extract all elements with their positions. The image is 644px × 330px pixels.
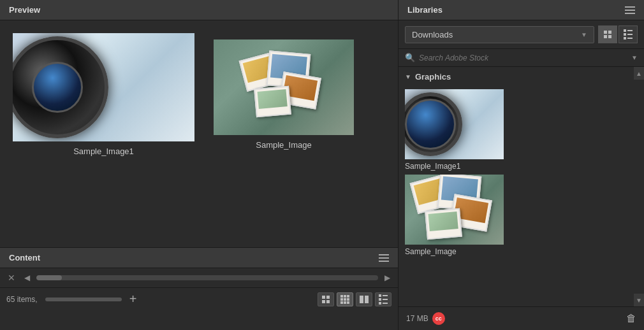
libraries-footer: 17 MB cc 🗑	[399, 306, 644, 330]
grid-large-icon	[340, 295, 349, 304]
split-view-button[interactable]	[356, 292, 372, 306]
dropdown-row: Downloads ▼	[399, 20, 644, 49]
search-input[interactable]	[419, 54, 627, 62]
view-toggle-group	[318, 292, 392, 306]
preview-title: Preview	[9, 5, 40, 15]
library-thumb-1	[405, 89, 504, 159]
large-grid-view-button[interactable]	[337, 292, 353, 306]
preview-label-2: Sample_Image	[256, 140, 311, 150]
grid-toggle-button[interactable]	[598, 25, 617, 43]
preview-item-1: Sample_Image1	[13, 33, 194, 156]
preview-image-2[interactable]	[214, 39, 354, 135]
dropdown-value: Downloads	[412, 30, 453, 39]
split-icon	[360, 296, 369, 303]
library-item-2[interactable]: Sample_Image	[405, 175, 638, 256]
content-title: Content	[9, 253, 40, 262]
delete-button[interactable]: 🗑	[626, 313, 636, 324]
content-toolbar: 65 items, +	[0, 288, 398, 310]
right-panel: Libraries Downloads ▼ 🔍 ▼	[399, 0, 644, 330]
list-view-button[interactable]	[375, 292, 392, 306]
preview-header: Preview	[0, 0, 398, 20]
libraries-header: Libraries	[399, 0, 644, 20]
scroll-close-button[interactable]: ✕	[5, 273, 18, 283]
preview-item-2: Sample_Image	[214, 33, 354, 150]
content-area: Content ✕ ◀ ▶ 65 items, +	[0, 247, 398, 330]
horizontal-scrollbar[interactable]	[36, 275, 378, 280]
preview-area: Sample_Image1 Sample_Image	[0, 20, 398, 247]
grid-small-icon	[322, 296, 330, 303]
progress-bar	[45, 298, 122, 301]
search-icon: 🔍	[405, 53, 415, 62]
storage-amount: 17 MB	[406, 314, 428, 323]
footer-actions: 🗑	[626, 313, 636, 324]
libraries-view-toggle	[598, 25, 638, 43]
library-item-1[interactable]: Sample_Image1	[405, 89, 638, 171]
grid-icon	[604, 31, 611, 38]
scrollbar-thumb	[36, 275, 62, 280]
library-label-2: Sample_Image	[405, 247, 457, 256]
search-expand-icon[interactable]: ▼	[631, 54, 638, 61]
storage-info: 17 MB cc	[406, 312, 445, 325]
graphics-section-title: Graphics	[415, 72, 451, 82]
left-panel: Preview Sample_Image1	[0, 0, 399, 330]
items-count: 65 items,	[6, 295, 38, 304]
graphics-section-header[interactable]: ▼ Graphics	[399, 67, 644, 87]
library-thumb-2	[405, 175, 504, 245]
libraries-title: Libraries	[407, 5, 443, 15]
scroll-left-arrow[interactable]: ◀	[22, 272, 33, 283]
grid-view-button[interactable]	[318, 292, 334, 306]
libraries-content[interactable]: ▲ ▼ Graphics Sample_Image1	[399, 67, 644, 306]
content-menu-icon[interactable]	[379, 254, 389, 262]
downloads-dropdown[interactable]: Downloads ▼	[405, 26, 594, 43]
list-view-icon	[624, 29, 633, 39]
content-header: Content	[0, 248, 398, 268]
scroll-right-arrow[interactable]: ▶	[382, 272, 393, 283]
list-icon	[379, 294, 388, 305]
list-toggle-button[interactable]	[618, 25, 638, 43]
add-button[interactable]: +	[129, 292, 137, 306]
chevron-down-icon: ▼	[581, 31, 587, 38]
preview-image-1[interactable]	[13, 33, 194, 141]
library-label-1: Sample_Image1	[405, 162, 460, 171]
libraries-menu-icon[interactable]	[625, 6, 635, 14]
triangle-icon: ▼	[405, 73, 411, 80]
thumbnails-grid: Sample_Image1 Sample_Image	[399, 87, 644, 262]
preview-label-1: Sample_Image1	[73, 147, 134, 156]
cc-logo-icon: cc	[432, 312, 445, 325]
search-row: 🔍 ▼	[399, 49, 644, 67]
content-scrollbar-row: ✕ ◀ ▶	[0, 268, 398, 288]
scroll-up-button[interactable]: ▲	[634, 67, 644, 80]
scroll-down-button[interactable]: ▼	[634, 294, 644, 306]
